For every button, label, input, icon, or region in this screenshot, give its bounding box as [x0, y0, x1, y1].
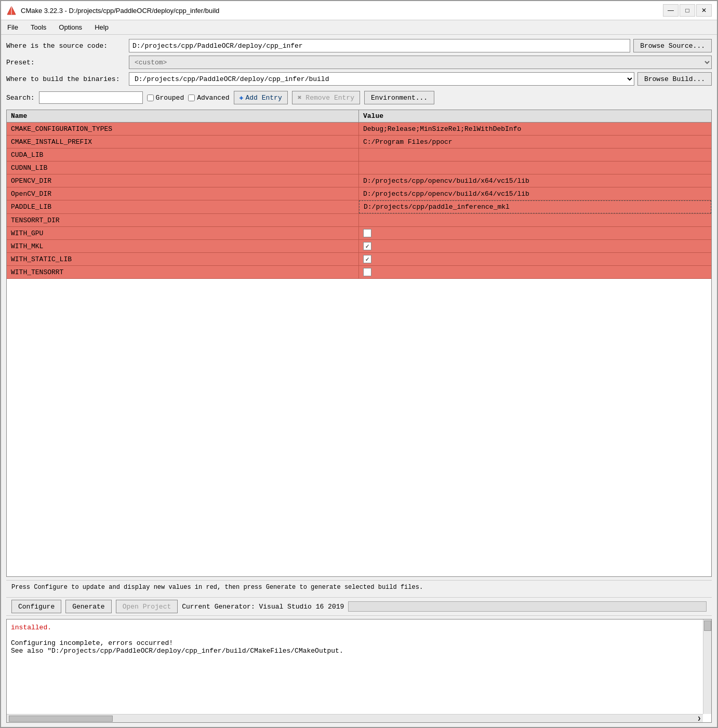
output-line	[11, 631, 700, 639]
table-row[interactable]: CUDNN_LIB	[7, 161, 711, 174]
table-checkbox[interactable]	[363, 229, 371, 237]
table-checkbox[interactable]: ✓	[363, 255, 371, 263]
table-cell-name: PADDLE_LIB	[7, 200, 359, 213]
output-line: installed.	[11, 624, 700, 631]
title-bar-left: CMake 3.22.3 - D:/projects/cpp/PaddleOCR…	[6, 5, 219, 16]
toolbar-row: Search: Grouped Advanced ✚ Add Entry ✖ R…	[6, 89, 712, 106]
table-cell-name: CMAKE_CONFIGURATION_TYPES	[7, 123, 359, 135]
generate-button[interactable]: Generate	[65, 600, 111, 613]
browse-source-button[interactable]: Browse Source...	[633, 39, 712, 52]
remove-entry-button[interactable]: ✖ Remove Entry	[292, 91, 360, 104]
title-bar: CMake 3.22.3 - D:/projects/cpp/PaddleOCR…	[1, 1, 717, 20]
app-window: CMake 3.22.3 - D:/projects/cpp/PaddleOCR…	[0, 0, 718, 728]
progress-bar	[348, 601, 707, 612]
preset-select[interactable]: <custom>	[129, 56, 712, 69]
grouped-label: Grouped	[156, 94, 184, 102]
menu-help[interactable]: Help	[88, 21, 115, 33]
table-cell-value[interactable]	[359, 149, 711, 161]
column-value: Value	[359, 110, 711, 122]
table-cell-name: WITH_MKL	[7, 240, 359, 252]
configure-button[interactable]: Configure	[11, 600, 61, 613]
environment-button[interactable]: Environment...	[364, 91, 434, 104]
table-checkbox[interactable]	[363, 268, 371, 276]
column-name: Name	[7, 110, 359, 122]
table-cell-name: OPENCV_DIR	[7, 174, 359, 187]
table-empty-area	[7, 279, 711, 435]
table-cell-name: WITH_STATIC_LIB	[7, 253, 359, 265]
advanced-checkbox-label[interactable]: Advanced	[188, 94, 229, 102]
menu-tools[interactable]: Tools	[24, 21, 52, 33]
search-label: Search:	[6, 94, 35, 102]
generator-text: Current Generator: Visual Studio 16 2019	[182, 603, 344, 611]
build-row: Where to build the binaries: D:/projects…	[6, 72, 712, 86]
table-row[interactable]: OpenCV_DIRD:/projects/cpp/opencv/build/x…	[7, 187, 711, 200]
table-row[interactable]: OPENCV_DIRD:/projects/cpp/opencv/build/x…	[7, 174, 711, 187]
close-button[interactable]: ✕	[696, 4, 712, 17]
output-container: ❯ installed. Configuring incomplete, err…	[6, 619, 712, 723]
main-content: Where is the source code: Browse Source.…	[1, 35, 717, 727]
v-scrollbar-thumb[interactable]	[704, 621, 711, 631]
add-icon: ✚	[240, 93, 244, 102]
cmake-table: Name Value CMAKE_CONFIGURATION_TYPESDebu…	[6, 110, 712, 577]
maximize-button[interactable]: □	[680, 4, 695, 17]
advanced-checkbox[interactable]	[188, 95, 195, 101]
build-label: Where to build the binaries:	[6, 75, 126, 83]
build-select[interactable]: D:/projects/cpp/PaddleOCR/deploy/cpp_inf…	[129, 72, 634, 86]
advanced-label: Advanced	[197, 94, 229, 102]
table-row[interactable]: WITH_GPU	[7, 227, 711, 240]
table-row[interactable]: CMAKE_INSTALL_PREFIXC:/Program Files/ppo…	[7, 136, 711, 149]
menu-bar: File Tools Options Help	[1, 20, 717, 35]
table-row[interactable]: WITH_TENSORRT	[7, 266, 711, 279]
table-cell-name: TENSORRT_DIR	[7, 214, 359, 226]
title-controls: — □ ✕	[663, 4, 712, 17]
menu-options[interactable]: Options	[52, 21, 88, 33]
table-row[interactable]: WITH_STATIC_LIB✓	[7, 253, 711, 266]
table-cell-value[interactable]	[359, 161, 711, 174]
table-cell-name: WITH_TENSORRT	[7, 266, 359, 278]
table-row[interactable]: WITH_MKL✓	[7, 240, 711, 253]
horizontal-scrollbar[interactable]: ❯	[7, 714, 703, 722]
preset-label: Preset:	[6, 59, 126, 66]
table-cell-name: WITH_GPU	[7, 227, 359, 239]
output-body: installed. Configuring incomplete, error…	[7, 619, 711, 666]
table-row[interactable]: CUDA_LIB	[7, 149, 711, 161]
vertical-scrollbar[interactable]	[703, 619, 711, 714]
table-cell-value[interactable]: ✓	[359, 253, 711, 265]
table-body: CMAKE_CONFIGURATION_TYPESDebug;Release;M…	[7, 123, 711, 279]
table-cell-value[interactable]: D:/projects/cpp/opencv/build/x64/vc15/li…	[359, 174, 711, 187]
table-cell-name: CUDNN_LIB	[7, 161, 359, 174]
add-entry-button[interactable]: ✚ Add Entry	[234, 91, 288, 104]
table-cell-name: OpenCV_DIR	[7, 187, 359, 200]
table-cell-value[interactable]	[359, 227, 711, 239]
table-cell-name: CUDA_LIB	[7, 149, 359, 161]
output-line: Configuring incomplete, errors occurred!	[11, 639, 700, 647]
output-line: See also "D:/projects/cpp/PaddleOCR/depl…	[11, 647, 700, 655]
source-input[interactable]	[129, 39, 630, 52]
table-cell-value[interactable]: Debug;Release;MinSizeRel;RelWithDebInfo	[359, 123, 711, 135]
cmake-icon	[6, 5, 17, 16]
source-label: Where is the source code:	[6, 42, 126, 50]
browse-build-button[interactable]: Browse Build...	[637, 72, 712, 86]
table-checkbox[interactable]: ✓	[363, 242, 371, 250]
table-cell-value[interactable]: D:/projects/cpp/paddle_inference_mkl	[359, 200, 711, 213]
status-message: Press Configure to update and display ne…	[6, 580, 712, 594]
table-cell-value[interactable]: C:/Program Files/ppocr	[359, 136, 711, 148]
grouped-checkbox-label[interactable]: Grouped	[147, 94, 184, 102]
preset-row: Preset: <custom>	[6, 56, 712, 69]
remove-icon: ✖	[298, 94, 302, 102]
menu-file[interactable]: File	[1, 21, 24, 33]
search-input[interactable]	[39, 91, 143, 104]
table-row[interactable]: PADDLE_LIBD:/projects/cpp/paddle_inferen…	[7, 200, 711, 214]
minimize-button[interactable]: —	[663, 4, 679, 17]
table-cell-value[interactable]: D:/projects/cpp/opencv/build/x64/vc15/li…	[359, 187, 711, 200]
table-row[interactable]: CMAKE_CONFIGURATION_TYPESDebug;Release;M…	[7, 123, 711, 136]
table-cell-value[interactable]	[359, 214, 711, 226]
h-scrollbar-thumb[interactable]	[9, 716, 113, 722]
table-row[interactable]: TENSORRT_DIR	[7, 214, 711, 227]
table-header: Name Value	[7, 110, 711, 123]
source-row: Where is the source code: Browse Source.…	[6, 39, 712, 52]
table-cell-value[interactable]	[359, 266, 711, 278]
table-cell-value[interactable]: ✓	[359, 240, 711, 252]
grouped-checkbox[interactable]	[147, 95, 154, 101]
open-project-button[interactable]: Open Project	[116, 600, 178, 613]
